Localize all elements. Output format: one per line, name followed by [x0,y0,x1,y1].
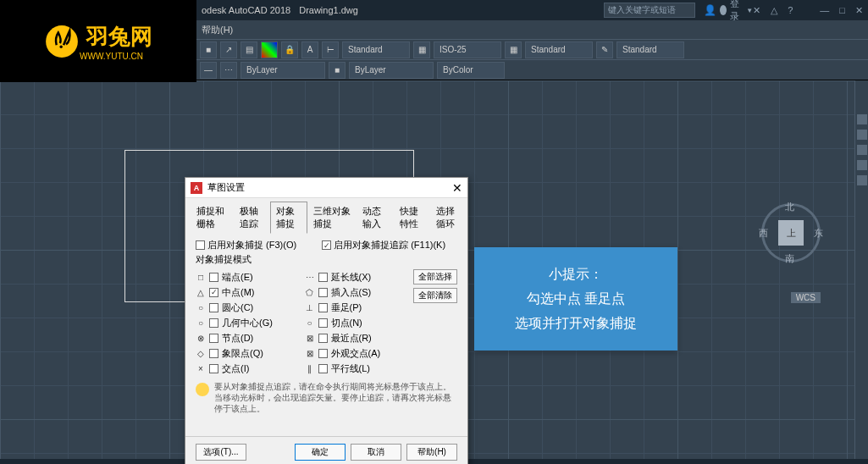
cancel-button[interactable]: 取消 [351,444,401,461]
combo-iso[interactable]: ISO-25 [434,41,501,58]
svg-point-1 [59,45,62,47]
tool-layer[interactable]: ▤ [240,41,257,58]
osnap-right-1[interactable]: ⬠插入点(S) [305,284,414,300]
osnap-left-2[interactable]: ○圆心(C) [196,300,305,315]
help-button[interactable]: 帮助(H) [406,444,457,461]
nav-showmotion[interactable] [857,175,867,185]
combo-standard2[interactable]: Standard [525,41,593,58]
nav-wheel[interactable] [857,114,867,124]
osnap-checkbox[interactable] [318,288,328,297]
combo-standard1[interactable]: Standard [342,41,410,58]
osnap-icon: □ [196,273,206,282]
osnap-checkbox[interactable] [318,273,328,282]
combo-ltype[interactable]: ByColor [437,62,505,79]
search-input[interactable]: 键入关键字或短语 [604,3,695,18]
tip-line2: 选项并打开对象捕捉 [488,312,664,336]
drafting-settings-dialog: A 草图设置 ✕ 捕捉和栅格极轴追踪对象捕捉三维对象捕捉动态输入快捷特性选择循环… [185,177,468,464]
tool-sep1[interactable]: ▦ [413,41,430,58]
dialog-tab-2[interactable]: 对象捕捉 [270,202,307,234]
osnap-checkbox[interactable] [318,303,328,312]
tool-sep2[interactable]: ▦ [505,41,522,58]
viewcube-west[interactable]: 西 [759,227,768,240]
tool-dim[interactable]: ⊢ [322,41,339,58]
osnap-right-4[interactable]: ⊠最近点(R) [305,330,414,345]
dialog-tab-6[interactable]: 选择循环 [430,202,467,234]
osnap-left-1[interactable]: △中点(M) [196,284,305,300]
dialog-tab-3[interactable]: 三维对象捕捉 [307,202,357,234]
rabbit-icon [44,24,80,59]
osnap-right-6[interactable]: ∥平行线(L) [305,361,414,376]
tool-lock[interactable]: 🔒 [281,41,298,58]
osnap-checkbox[interactable] [209,334,218,343]
nav-pan[interactable] [857,130,867,140]
osnap-checkbox[interactable] [318,349,328,358]
osnap-right-2[interactable]: ⊥垂足(P) [305,300,414,315]
viewcube-north[interactable]: 北 [785,201,794,213]
viewcube-east[interactable]: 东 [814,227,823,240]
combo-color[interactable]: ByLayer [349,62,434,79]
tip-line1: 勾选中点 垂足点 [488,287,664,312]
dialog-close-button[interactable]: ✕ [452,181,462,195]
osnap-checkbox[interactable] [209,273,218,282]
osnap-label: 延长线(X) [331,271,372,284]
osnap-icon: ⊗ [196,334,206,343]
viewcube-south[interactable]: 南 [785,252,794,265]
osnap-checkbox[interactable] [209,349,218,358]
osnap-right-3[interactable]: ○切点(N) [305,315,414,330]
dialog-tab-1[interactable]: 极轴追踪 [234,202,271,234]
ok-button[interactable]: 确定 [295,444,346,461]
tool-swatch[interactable]: ■ [329,62,346,79]
osnap-left-0[interactable]: □端点(E) [196,269,305,284]
maximize-button[interactable]: □ [839,5,845,16]
help-icon[interactable]: ? [788,5,793,16]
wcs-label[interactable]: WCS [791,292,821,303]
osnap-right-0[interactable]: ⋯延长线(X) [305,269,414,284]
select-all-button[interactable]: 全部选择 [413,269,457,284]
osnap-left-3[interactable]: ○几何中心(G) [196,315,305,330]
enable-track-checkbox[interactable]: 启用对象捕捉追踪 (F11)(K) [322,239,445,251]
clear-all-button[interactable]: 全部清除 [413,288,457,303]
options-button[interactable]: 选项(T)... [196,444,246,461]
osnap-left-5[interactable]: ◇象限点(Q) [196,345,305,361]
osnap-checkbox[interactable] [209,364,218,373]
enable-osnap-checkbox[interactable]: 启用对象捕捉 (F3)(O) [196,239,296,251]
tool-line1[interactable]: — [200,62,217,79]
view-cube[interactable]: 上 北 南 东 西 [757,199,825,267]
title-bar: odesk AutoCAD 2018 Drawing1.dwg 键入关键字或短语… [196,0,868,20]
combo-layer[interactable]: ByLayer [240,62,325,79]
exchange-icon[interactable]: ✕ [753,5,760,16]
dialog-tab-0[interactable]: 捕捉和栅格 [191,202,234,234]
close-button[interactable]: ✕ [855,5,863,16]
menu-help[interactable]: 帮助(H) [202,24,233,36]
minimize-button[interactable]: — [820,5,829,16]
osnap-checkbox[interactable] [318,318,328,328]
tool-line2[interactable]: ⋯ [220,62,237,79]
tool-brush[interactable]: ✎ [596,41,613,58]
dialog-tab-5[interactable]: 快捷特性 [394,202,431,234]
nav-zoom[interactable] [857,145,867,155]
app-name: odesk AutoCAD 2018 [202,5,290,15]
osnap-checkbox[interactable] [209,288,218,297]
nav-orbit[interactable] [857,160,867,170]
cloud-icon[interactable]: △ [771,5,777,16]
osnap-checkbox[interactable] [318,334,328,343]
tool-color[interactable] [261,41,278,58]
osnap-checkbox[interactable] [318,364,328,373]
tool-match[interactable]: ■ [200,41,217,58]
osnap-checkbox[interactable] [209,303,218,312]
tool-arrow[interactable]: ↗ [220,41,237,58]
dialog-tab-4[interactable]: 动态输入 [357,202,394,234]
osnap-icon: ⊥ [305,303,315,312]
combo-standard3[interactable]: Standard [616,41,684,58]
osnap-left-4[interactable]: ⊗节点(D) [196,330,305,345]
login-button[interactable]: 👤 登录 ▼ [704,0,753,23]
osnap-label: 中点(M) [222,286,255,299]
viewcube-top[interactable]: 上 [778,220,804,246]
tool-text[interactable]: A [301,41,318,58]
osnap-label: 垂足(P) [331,301,362,314]
osnap-left-6[interactable]: ×交点(I) [196,361,305,376]
dialog-titlebar[interactable]: A 草图设置 ✕ [185,178,467,198]
bulb-icon [196,383,209,396]
osnap-right-5[interactable]: ⊠外观交点(A) [305,345,414,361]
osnap-checkbox[interactable] [209,318,218,328]
